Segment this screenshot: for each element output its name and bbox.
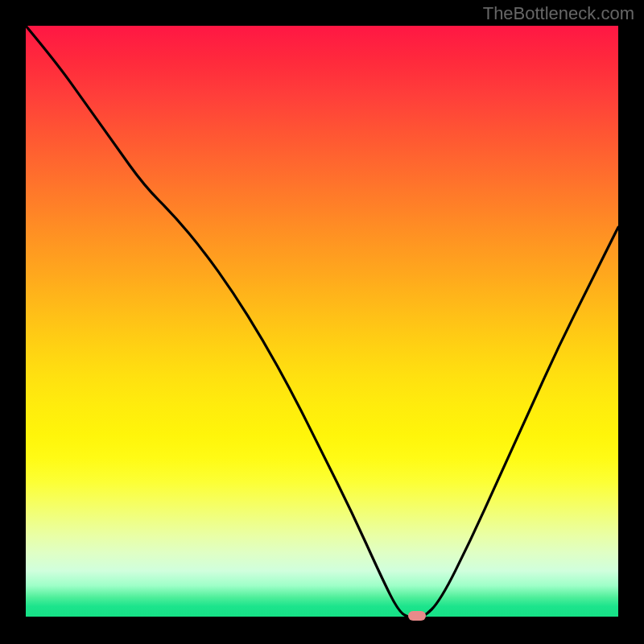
chart-plot-area bbox=[26, 26, 618, 618]
x-axis-line bbox=[26, 617, 618, 618]
watermark-text: TheBottleneck.com bbox=[483, 3, 634, 24]
bottleneck-curve-path bbox=[26, 26, 618, 618]
bottleneck-curve-svg bbox=[26, 26, 618, 618]
minimum-indicator bbox=[408, 611, 426, 621]
